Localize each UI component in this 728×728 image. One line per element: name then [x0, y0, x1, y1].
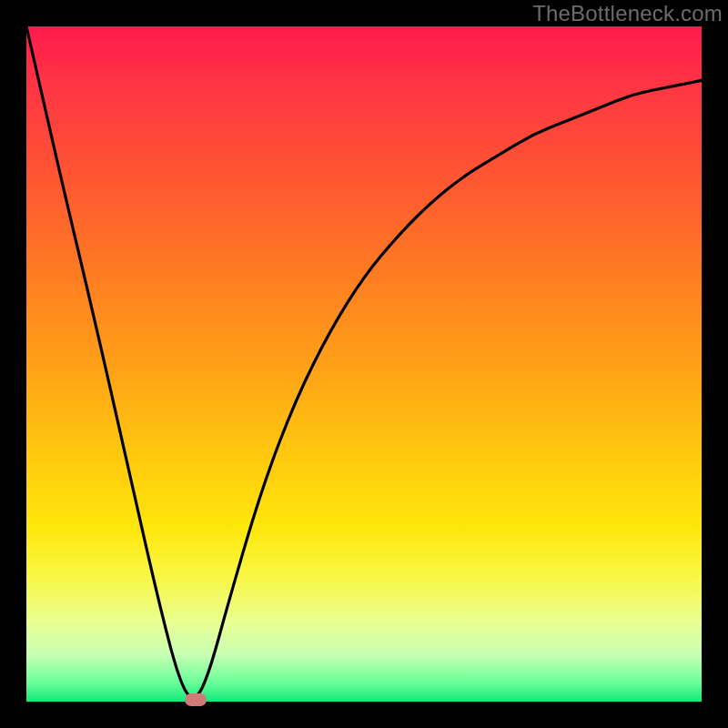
plot-area [26, 26, 702, 702]
watermark-label: TheBottleneck.com [532, 1, 723, 26]
minimum-marker [185, 693, 207, 706]
bottleneck-curve [26, 26, 702, 702]
chart-frame: TheBottleneck.com [0, 0, 728, 728]
